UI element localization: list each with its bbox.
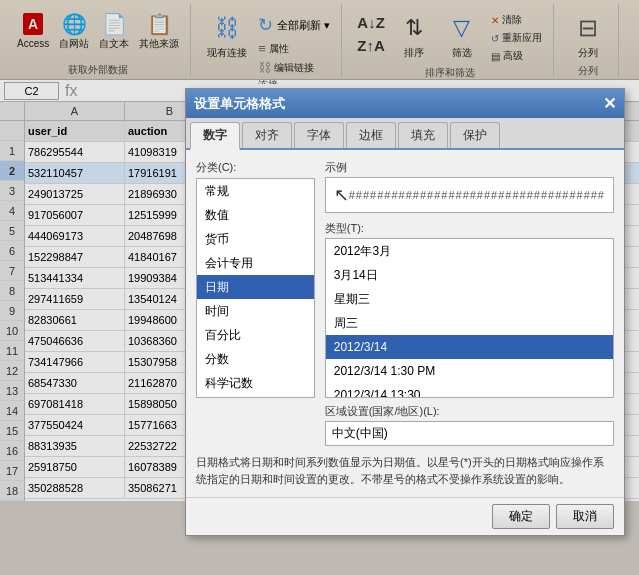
dialog-footer: 确定 取消 <box>186 497 624 501</box>
tab-number[interactable]: 数字 <box>190 122 240 150</box>
category-fraction[interactable]: 分数 <box>197 347 314 371</box>
dialog-title: 设置单元格格式 <box>194 95 285 113</box>
category-number[interactable]: 数值 <box>197 203 314 227</box>
type-list: 2012年3月 3月14日 星期三 周三 2012/3/14 2012/3/14… <box>325 238 614 398</box>
tab-font[interactable]: 字体 <box>294 122 344 148</box>
dialog-note: 日期格式将日期和时间系列数值显示为日期值。以星号(*)开头的日期格式响应操作系统… <box>196 454 614 487</box>
tab-protection[interactable]: 保护 <box>450 122 500 148</box>
tab-alignment[interactable]: 对齐 <box>242 122 292 148</box>
dialog-title-bar: 设置单元格格式 ✕ <box>186 89 624 118</box>
dialog-overlay: 设置单元格格式 ✕ 数字 对齐 字体 边框 填充 保护 分类(C): 常规 数值… <box>0 0 639 501</box>
format-cells-dialog: 设置单元格格式 ✕ 数字 对齐 字体 边框 填充 保护 分类(C): 常规 数值… <box>185 88 625 501</box>
example-box: #################################### <box>325 177 614 213</box>
category-currency[interactable]: 货币 <box>197 227 314 251</box>
type-weekday-short[interactable]: 周三 <box>326 311 613 335</box>
type-date-time-12h[interactable]: 2012/3/14 1:30 PM <box>326 359 613 383</box>
category-date[interactable]: 日期 <box>197 275 314 299</box>
category-text[interactable]: 文本 <box>197 395 314 398</box>
tab-border[interactable]: 边框 <box>346 122 396 148</box>
category-list: 常规 数值 货币 会计专用 日期 时间 百分比 分数 科学记数 文本 特殊 自定… <box>196 178 315 398</box>
dialog-body: 分类(C): 常规 数值 货币 会计专用 日期 时间 百分比 分数 科学记数 文… <box>186 150 624 497</box>
tab-fill[interactable]: 填充 <box>398 122 448 148</box>
category-accounting[interactable]: 会计专用 <box>197 251 314 275</box>
type-year-month[interactable]: 2012年3月 <box>326 239 613 263</box>
example-label: 示例 <box>325 160 614 175</box>
type-label: 类型(T): <box>325 221 614 236</box>
type-date-time-24h[interactable]: 2012/3/14 13:30 <box>326 383 613 398</box>
region-box: 中文(中国) <box>325 421 614 446</box>
type-weekday-long[interactable]: 星期三 <box>326 287 613 311</box>
category-time[interactable]: 时间 <box>197 299 314 323</box>
dialog-tabs-bar: 数字 对齐 字体 边框 填充 保护 <box>186 118 624 150</box>
cursor-arrow <box>334 184 349 206</box>
category-general[interactable]: 常规 <box>197 179 314 203</box>
category-percentage[interactable]: 百分比 <box>197 323 314 347</box>
region-label: 区域设置(国家/地区)(L): <box>325 404 614 419</box>
category-label: 分类(C): <box>196 160 315 175</box>
dialog-close-button[interactable]: ✕ <box>603 94 616 113</box>
example-value: #################################### <box>349 189 605 201</box>
type-date-slash[interactable]: 2012/3/14 <box>326 335 613 359</box>
category-scientific[interactable]: 科学记数 <box>197 371 314 395</box>
type-month-day[interactable]: 3月14日 <box>326 263 613 287</box>
